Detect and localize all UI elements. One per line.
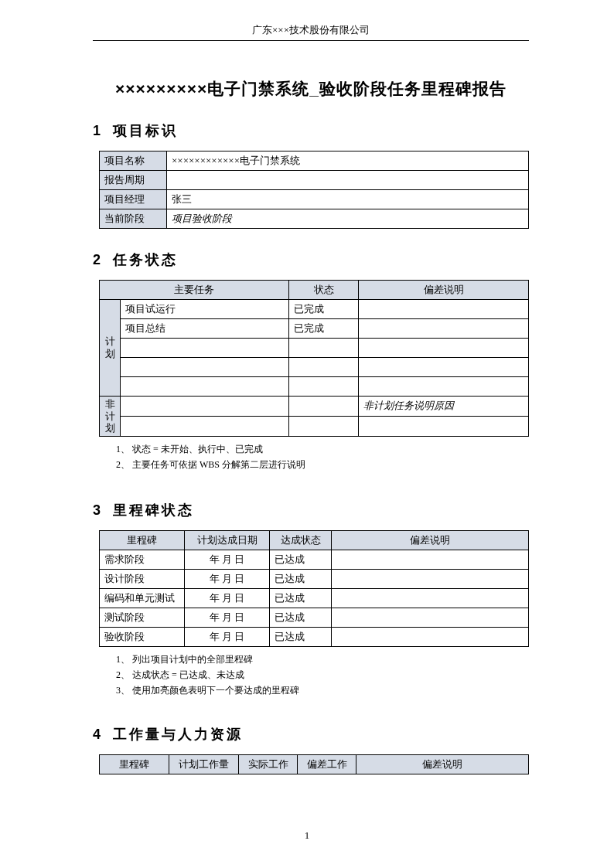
table-row: 项目总结 已完成 <box>100 319 529 339</box>
col-header: 实际工作 <box>239 754 298 774</box>
table-row: 设计阶段 年 月 日 已达成 <box>100 569 529 588</box>
ms-cell: 验收阶段 <box>100 627 185 646</box>
ms-cell: 测试阶段 <box>100 608 185 627</box>
section-4-heading: 4工作量与人力资源 <box>93 725 529 744</box>
dev-cell <box>359 358 529 377</box>
col-header: 达成状态 <box>270 530 332 550</box>
table-row: 报告周期 <box>100 171 529 190</box>
project-id-table: 项目名称 ××××××××××××电子门禁系统 报告周期 项目经理 张三 当前阶… <box>99 151 529 229</box>
note-line: 1、 列出项目计划中的全部里程碑 <box>116 652 529 667</box>
section-num: 2 <box>93 252 113 268</box>
table-row: 非计划 非计划任务说明原因 <box>100 397 529 417</box>
section-text: 项目标识 <box>113 123 178 138</box>
status-cell: 已完成 <box>289 319 359 339</box>
task-cell <box>121 339 289 358</box>
date-cell: 年 月 日 <box>185 608 270 627</box>
dev-cell <box>332 588 529 608</box>
date-cell: 年 月 日 <box>185 550 270 569</box>
section-text: 里程碑状态 <box>113 502 194 518</box>
dev-cell <box>332 550 529 569</box>
milestone-status-table: 里程碑 计划达成日期 达成状态 偏差说明 需求阶段 年 月 日 已达成 设计阶段… <box>99 530 529 647</box>
status-cell: 已达成 <box>270 550 332 569</box>
company-header: 广东×××技术股份有限公司 <box>93 23 529 41</box>
col-header: 偏差说明 <box>359 281 529 300</box>
status-cell: 已达成 <box>270 569 332 588</box>
section-text: 任务状态 <box>113 252 178 267</box>
document-title: ×××××××××电子门禁系统_验收阶段任务里程碑报告 <box>93 78 529 100</box>
label-cell: 项目经理 <box>100 190 167 209</box>
task-cell: 项目总结 <box>121 319 289 339</box>
task-cell <box>121 358 289 377</box>
status-cell <box>289 377 359 397</box>
note-line: 3、 使用加亮颜色表明下一个要达成的里程碑 <box>116 682 529 698</box>
col-header: 主要任务 <box>100 281 289 300</box>
section-num: 4 <box>93 727 113 743</box>
section-1-heading: 1项目标识 <box>93 121 529 140</box>
ms-cell: 设计阶段 <box>100 569 185 588</box>
status-cell: 已达成 <box>270 608 332 627</box>
status-cell <box>289 416 359 436</box>
value-cell <box>167 171 529 190</box>
dev-cell <box>332 627 529 646</box>
ms-cell: 编码和单元测试 <box>100 588 185 608</box>
table-header-row: 里程碑 计划工作量 实际工作 偏差工作 偏差说明 <box>100 754 529 774</box>
col-header: 计划达成日期 <box>185 530 270 550</box>
table-header-row: 里程碑 计划达成日期 达成状态 偏差说明 <box>100 530 529 550</box>
table-row: 验收阶段 年 月 日 已达成 <box>100 627 529 646</box>
col-header: 状态 <box>289 281 359 300</box>
status-cell <box>289 397 359 417</box>
label-cell: 当前阶段 <box>100 209 167 229</box>
section-2-heading: 2任务状态 <box>93 250 529 269</box>
side-label-nonplan: 非计划 <box>100 397 121 437</box>
table-row: 当前阶段 项目验收阶段 <box>100 209 529 229</box>
task-status-table: 主要任务 状态 偏差说明 计划 项目试运行 已完成 项目总结 已完成 <box>99 280 529 437</box>
table-row <box>100 339 529 358</box>
date-cell: 年 月 日 <box>185 569 270 588</box>
table-row: 项目经理 张三 <box>100 190 529 209</box>
dev-cell: 非计划任务说明原因 <box>359 397 529 417</box>
col-header: 里程碑 <box>100 754 169 774</box>
value-cell: 项目验收阶段 <box>167 209 529 229</box>
task-cell <box>121 397 289 417</box>
table-row: 项目名称 ××××××××××××电子门禁系统 <box>100 151 529 171</box>
dev-cell <box>359 416 529 436</box>
dev-cell <box>359 377 529 397</box>
table-row <box>100 358 529 377</box>
status-cell: 已完成 <box>289 300 359 319</box>
section-num: 1 <box>93 123 113 139</box>
dev-cell <box>332 569 529 588</box>
section-num: 3 <box>93 502 113 519</box>
table-row: 测试阶段 年 月 日 已达成 <box>100 608 529 627</box>
task-cell <box>121 416 289 436</box>
table-row: 计划 项目试运行 已完成 <box>100 300 529 319</box>
task-cell <box>121 377 289 397</box>
dev-cell <box>332 608 529 627</box>
task-cell: 项目试运行 <box>121 300 289 319</box>
section-2-notes: 1、 状态 = 未开始、执行中、已完成 2、 主要任务可依据 WBS 分解第二层… <box>116 441 529 473</box>
value-cell: ××××××××××××电子门禁系统 <box>167 151 529 171</box>
note-line: 2、 主要任务可依据 WBS 分解第二层进行说明 <box>116 457 529 472</box>
table-header-row: 主要任务 状态 偏差说明 <box>100 281 529 300</box>
date-cell: 年 月 日 <box>185 588 270 608</box>
col-header: 偏差说明 <box>332 530 529 550</box>
table-row <box>100 416 529 436</box>
col-header: 里程碑 <box>100 530 185 550</box>
note-line: 2、 达成状态 = 已达成、未达成 <box>116 667 529 682</box>
dev-cell <box>359 339 529 358</box>
value-cell: 张三 <box>167 190 529 209</box>
col-header: 偏差说明 <box>356 754 529 774</box>
workload-table: 里程碑 计划工作量 实际工作 偏差工作 偏差说明 <box>99 754 529 774</box>
table-row: 编码和单元测试 年 月 日 已达成 <box>100 588 529 608</box>
section-3-heading: 3里程碑状态 <box>93 501 529 519</box>
col-header: 计划工作量 <box>169 754 239 774</box>
dev-cell <box>359 319 529 339</box>
section-3-notes: 1、 列出项目计划中的全部里程碑 2、 达成状态 = 已达成、未达成 3、 使用… <box>116 652 529 699</box>
status-cell <box>289 358 359 377</box>
date-cell: 年 月 日 <box>185 627 270 646</box>
status-cell <box>289 339 359 358</box>
col-header: 偏差工作 <box>298 754 356 774</box>
label-cell: 项目名称 <box>100 151 167 171</box>
section-text: 工作量与人力资源 <box>113 727 243 742</box>
status-cell: 已达成 <box>270 627 332 646</box>
dev-cell <box>359 300 529 319</box>
